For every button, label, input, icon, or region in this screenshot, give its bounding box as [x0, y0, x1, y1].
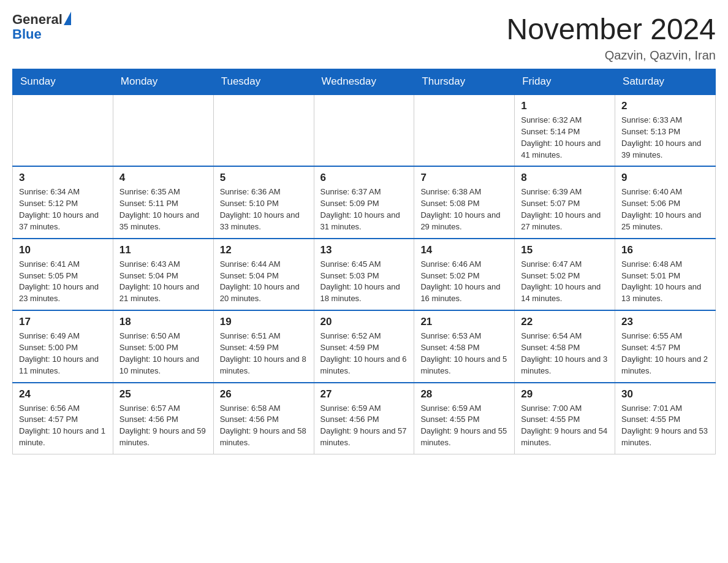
- day-info: Sunrise: 6:51 AMSunset: 4:59 PMDaylight:…: [220, 331, 308, 377]
- day-number: 18: [119, 316, 207, 328]
- day-info: Sunrise: 6:58 AMSunset: 4:56 PMDaylight:…: [220, 403, 308, 449]
- calendar-cell: 25Sunrise: 6:57 AMSunset: 4:56 PMDayligh…: [113, 383, 213, 454]
- day-number: 24: [19, 388, 107, 400]
- day-number: 23: [621, 316, 709, 328]
- calendar-cell: 7Sunrise: 6:38 AMSunset: 5:08 PMDaylight…: [414, 166, 515, 238]
- day-info: Sunrise: 6:48 AMSunset: 5:01 PMDaylight:…: [621, 259, 709, 305]
- calendar-cell: 26Sunrise: 6:58 AMSunset: 4:56 PMDayligh…: [213, 383, 314, 454]
- calendar-cell: 24Sunrise: 6:56 AMSunset: 4:57 PMDayligh…: [13, 383, 113, 454]
- calendar-cell: 30Sunrise: 7:01 AMSunset: 4:55 PMDayligh…: [615, 383, 716, 454]
- day-number: 26: [220, 388, 308, 400]
- calendar-cell: 6Sunrise: 6:37 AMSunset: 5:09 PMDaylight…: [314, 166, 414, 238]
- day-info: Sunrise: 6:55 AMSunset: 4:57 PMDaylight:…: [621, 331, 709, 377]
- logo-triangle-icon: [64, 12, 71, 25]
- calendar-cell: 12Sunrise: 6:44 AMSunset: 5:04 PMDayligh…: [213, 239, 314, 310]
- day-info: Sunrise: 6:59 AMSunset: 4:56 PMDaylight:…: [320, 403, 408, 449]
- day-number: 10: [19, 244, 107, 256]
- day-header-monday: Monday: [113, 69, 213, 95]
- day-info: Sunrise: 6:52 AMSunset: 4:59 PMDaylight:…: [320, 331, 408, 377]
- day-header-saturday: Saturday: [615, 69, 716, 95]
- calendar-cell: 23Sunrise: 6:55 AMSunset: 4:57 PMDayligh…: [615, 310, 716, 382]
- day-number: 12: [220, 244, 308, 256]
- day-info: Sunrise: 6:46 AMSunset: 5:02 PMDaylight:…: [420, 259, 508, 305]
- week-row-5: 24Sunrise: 6:56 AMSunset: 4:57 PMDayligh…: [13, 383, 716, 454]
- week-row-3: 10Sunrise: 6:41 AMSunset: 5:05 PMDayligh…: [13, 239, 716, 310]
- calendar-cell: [113, 94, 213, 166]
- calendar-cell: 17Sunrise: 6:49 AMSunset: 5:00 PMDayligh…: [13, 310, 113, 382]
- title-block: November 2024 Qazvin, Qazvin, Iran: [506, 12, 716, 63]
- calendar-cell: 16Sunrise: 6:48 AMSunset: 5:01 PMDayligh…: [615, 239, 716, 310]
- day-number: 2: [621, 100, 709, 112]
- logo: General Blue: [12, 12, 71, 42]
- day-info: Sunrise: 6:35 AMSunset: 5:11 PMDaylight:…: [119, 186, 207, 232]
- calendar-cell: 10Sunrise: 6:41 AMSunset: 5:05 PMDayligh…: [13, 239, 113, 310]
- day-info: Sunrise: 6:32 AMSunset: 5:14 PMDaylight:…: [521, 115, 609, 161]
- day-info: Sunrise: 6:59 AMSunset: 4:55 PMDaylight:…: [420, 403, 508, 449]
- calendar-cell: 29Sunrise: 7:00 AMSunset: 4:55 PMDayligh…: [515, 383, 615, 454]
- page-header: General Blue November 2024 Qazvin, Qazvi…: [12, 12, 716, 63]
- day-number: 11: [119, 244, 207, 256]
- day-number: 7: [420, 172, 508, 184]
- day-number: 13: [320, 244, 408, 256]
- calendar-cell: 15Sunrise: 6:47 AMSunset: 5:02 PMDayligh…: [515, 239, 615, 310]
- calendar-cell: 2Sunrise: 6:33 AMSunset: 5:13 PMDaylight…: [615, 94, 716, 166]
- day-number: 1: [521, 100, 609, 112]
- day-info: Sunrise: 6:49 AMSunset: 5:00 PMDaylight:…: [19, 331, 107, 377]
- day-header-thursday: Thursday: [414, 69, 515, 95]
- day-info: Sunrise: 6:36 AMSunset: 5:10 PMDaylight:…: [220, 186, 308, 232]
- week-row-4: 17Sunrise: 6:49 AMSunset: 5:00 PMDayligh…: [13, 310, 716, 382]
- calendar-cell: 28Sunrise: 6:59 AMSunset: 4:55 PMDayligh…: [414, 383, 515, 454]
- day-info: Sunrise: 6:54 AMSunset: 4:58 PMDaylight:…: [521, 331, 609, 377]
- day-number: 15: [521, 244, 609, 256]
- day-header-sunday: Sunday: [13, 69, 113, 95]
- day-number: 4: [119, 172, 207, 184]
- day-info: Sunrise: 6:37 AMSunset: 5:09 PMDaylight:…: [320, 186, 408, 232]
- calendar-header-row: SundayMondayTuesdayWednesdayThursdayFrid…: [13, 69, 716, 95]
- calendar-cell: [13, 94, 113, 166]
- day-info: Sunrise: 6:56 AMSunset: 4:57 PMDaylight:…: [19, 403, 107, 449]
- day-info: Sunrise: 6:41 AMSunset: 5:05 PMDaylight:…: [19, 259, 107, 305]
- calendar-cell: 13Sunrise: 6:45 AMSunset: 5:03 PMDayligh…: [314, 239, 414, 310]
- day-info: Sunrise: 6:33 AMSunset: 5:13 PMDaylight:…: [621, 115, 709, 161]
- day-info: Sunrise: 6:39 AMSunset: 5:07 PMDaylight:…: [521, 186, 609, 232]
- calendar-cell: [414, 94, 515, 166]
- week-row-2: 3Sunrise: 6:34 AMSunset: 5:12 PMDaylight…: [13, 166, 716, 238]
- day-info: Sunrise: 6:50 AMSunset: 5:00 PMDaylight:…: [119, 331, 207, 377]
- calendar-cell: 14Sunrise: 6:46 AMSunset: 5:02 PMDayligh…: [414, 239, 515, 310]
- day-info: Sunrise: 6:34 AMSunset: 5:12 PMDaylight:…: [19, 186, 107, 232]
- day-number: 9: [621, 172, 709, 184]
- day-number: 19: [220, 316, 308, 328]
- day-number: 6: [320, 172, 408, 184]
- logo-general-text: General: [12, 12, 63, 27]
- day-number: 3: [19, 172, 107, 184]
- week-row-1: 1Sunrise: 6:32 AMSunset: 5:14 PMDaylight…: [13, 94, 716, 166]
- day-info: Sunrise: 6:40 AMSunset: 5:06 PMDaylight:…: [621, 186, 709, 232]
- day-number: 27: [320, 388, 408, 400]
- calendar-cell: 5Sunrise: 6:36 AMSunset: 5:10 PMDaylight…: [213, 166, 314, 238]
- day-number: 5: [220, 172, 308, 184]
- day-info: Sunrise: 6:43 AMSunset: 5:04 PMDaylight:…: [119, 259, 207, 305]
- day-header-friday: Friday: [515, 69, 615, 95]
- day-number: 21: [420, 316, 508, 328]
- day-number: 28: [420, 388, 508, 400]
- day-number: 22: [521, 316, 609, 328]
- day-number: 8: [521, 172, 609, 184]
- calendar-cell: 19Sunrise: 6:51 AMSunset: 4:59 PMDayligh…: [213, 310, 314, 382]
- calendar-cell: 21Sunrise: 6:53 AMSunset: 4:58 PMDayligh…: [414, 310, 515, 382]
- day-number: 29: [521, 388, 609, 400]
- day-info: Sunrise: 6:57 AMSunset: 4:56 PMDaylight:…: [119, 403, 207, 449]
- day-header-wednesday: Wednesday: [314, 69, 414, 95]
- day-info: Sunrise: 7:00 AMSunset: 4:55 PMDaylight:…: [521, 403, 609, 449]
- calendar-cell: 18Sunrise: 6:50 AMSunset: 5:00 PMDayligh…: [113, 310, 213, 382]
- logo-text: General Blue: [12, 12, 71, 42]
- day-info: Sunrise: 6:38 AMSunset: 5:08 PMDaylight:…: [420, 186, 508, 232]
- calendar-cell: [213, 94, 314, 166]
- day-number: 16: [621, 244, 709, 256]
- location: Qazvin, Qazvin, Iran: [506, 48, 716, 63]
- logo-blue-text: Blue: [12, 27, 71, 42]
- month-title: November 2024: [506, 12, 716, 46]
- calendar-cell: 11Sunrise: 6:43 AMSunset: 5:04 PMDayligh…: [113, 239, 213, 310]
- calendar-cell: 27Sunrise: 6:59 AMSunset: 4:56 PMDayligh…: [314, 383, 414, 454]
- day-info: Sunrise: 7:01 AMSunset: 4:55 PMDaylight:…: [621, 403, 709, 449]
- calendar-cell: 20Sunrise: 6:52 AMSunset: 4:59 PMDayligh…: [314, 310, 414, 382]
